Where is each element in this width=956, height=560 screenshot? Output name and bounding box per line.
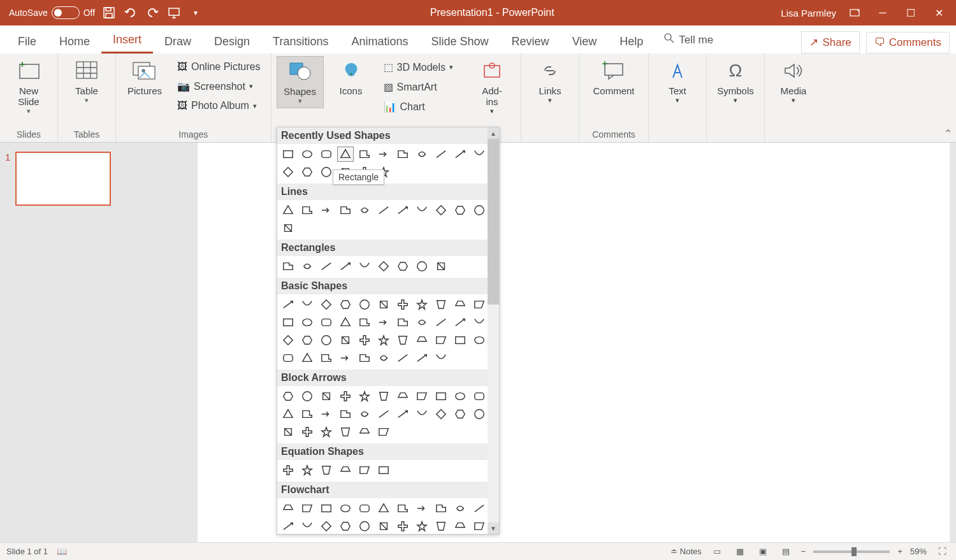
shape-item[interactable] [280,259,296,274]
shape-item[interactable] [299,315,315,330]
table-button[interactable]: Table ▾ [63,56,110,107]
shape-item[interactable] [395,389,411,404]
shape-item[interactable] [414,333,430,348]
zoom-slider[interactable] [813,550,890,553]
shape-item[interactable] [280,297,296,312]
shape-item[interactable] [299,333,315,348]
user-name[interactable]: Lisa Parmley [781,8,836,18]
shape-item[interactable] [471,333,488,348]
shapes-button[interactable]: Shapes ▾ [277,56,324,108]
shape-item[interactable] [395,501,411,516]
online-pictures-button[interactable]: 🖼Online Pictures [173,59,264,75]
shape-item[interactable] [280,389,296,404]
links-button[interactable]: Links▾ [526,56,574,107]
shape-item[interactable] [318,389,335,404]
tell-me[interactable]: Tell me [655,26,722,54]
shape-item[interactable] [414,350,430,366]
shape-item[interactable] [356,463,373,478]
sorter-view-icon[interactable]: ▦ [732,545,748,558]
media-button[interactable]: Media▾ [770,56,817,107]
shape-item[interactable] [375,463,392,478]
shape-item[interactable] [471,297,488,312]
zoom-out-icon[interactable]: − [801,547,806,556]
shape-item[interactable] [337,406,354,422]
text-button[interactable]: Text▾ [654,56,701,107]
shape-item[interactable] [337,259,354,274]
shape-item[interactable] [414,519,430,534]
new-slide-button[interactable]: New Slide ▾ [5,56,52,118]
shape-item[interactable] [280,406,296,422]
shape-item[interactable] [318,424,335,440]
ribbon-display-icon[interactable] [845,5,864,20]
shape-item[interactable] [299,203,315,218]
shape-item[interactable] [414,147,430,162]
shape-item[interactable] [299,406,315,422]
shape-item[interactable] [395,315,411,330]
spellcheck-icon[interactable]: 📖 [57,547,67,556]
close-icon[interactable]: ✕ [929,5,948,20]
save-icon[interactable] [101,5,117,20]
shape-item[interactable] [395,350,411,366]
scroll-up-icon[interactable]: ▲ [488,127,499,139]
shape-item[interactable] [318,315,335,330]
shape-item[interactable] [433,259,449,274]
shape-item[interactable] [299,463,315,478]
shape-item[interactable] [280,333,296,348]
shape-item[interactable] [375,501,392,516]
normal-view-icon[interactable]: ▭ [709,545,725,558]
shape-item[interactable] [318,147,335,162]
models-button[interactable]: ⬚3D Models ▾ [380,59,457,76]
shape-item[interactable] [299,424,315,440]
shape-item[interactable] [414,203,430,218]
gallery-scrollbar[interactable]: ▲ ▼ [488,127,499,534]
pictures-button[interactable]: Pictures [121,56,168,99]
shape-item[interactable] [280,315,296,330]
shape-item[interactable] [337,463,354,478]
shape-item[interactable] [356,297,373,312]
tab-home[interactable]: Home [48,29,101,54]
undo-icon[interactable] [123,5,138,20]
shape-item[interactable] [433,406,449,422]
notes-button[interactable]: ≐ Notes [670,547,702,556]
tab-transitions[interactable]: Transitions [261,29,340,54]
shape-item[interactable] [318,203,335,218]
shape-item[interactable] [280,164,296,180]
shape-item[interactable] [433,315,449,330]
shape-item[interactable] [318,463,335,478]
shape-item[interactable] [375,259,392,274]
shape-item[interactable] [280,519,296,534]
shape-item[interactable] [375,315,392,330]
slide-thumbnail-1[interactable] [15,152,111,206]
zoom-level[interactable]: 59% [910,547,927,556]
shape-item[interactable] [452,406,468,422]
shape-item[interactable] [356,406,373,422]
shape-item[interactable] [395,333,411,348]
shape-item[interactable] [337,501,354,516]
shape-item[interactable] [471,406,488,422]
shape-item[interactable] [452,147,468,162]
scroll-thumb[interactable] [488,139,499,305]
shape-item[interactable] [375,519,392,534]
shape-item[interactable] [471,519,488,534]
shape-item[interactable] [452,519,468,534]
slideshow-view-icon[interactable]: ▤ [778,545,793,558]
shape-item[interactable] [299,501,315,516]
shape-item[interactable] [280,147,296,162]
collapse-ribbon-icon[interactable]: ⌃ [939,54,956,142]
shape-item[interactable] [299,164,315,180]
shape-item[interactable] [395,203,411,218]
addins-button[interactable]: Add- ins▾ [468,56,516,118]
shape-item[interactable] [356,333,373,348]
shape-item[interactable] [299,519,315,534]
shape-item[interactable] [471,147,488,162]
shape-item[interactable] [337,424,354,440]
tab-draw[interactable]: Draw [153,29,203,54]
toggle-off-icon[interactable] [52,6,80,19]
shape-item[interactable] [337,350,354,366]
shape-item[interactable] [452,333,468,348]
screenshot-button[interactable]: 📷Screenshot ▾ [173,78,264,95]
shape-item[interactable] [471,315,488,330]
tab-help[interactable]: Help [608,29,655,54]
shape-item[interactable] [395,259,411,274]
shape-item[interactable] [280,220,296,236]
